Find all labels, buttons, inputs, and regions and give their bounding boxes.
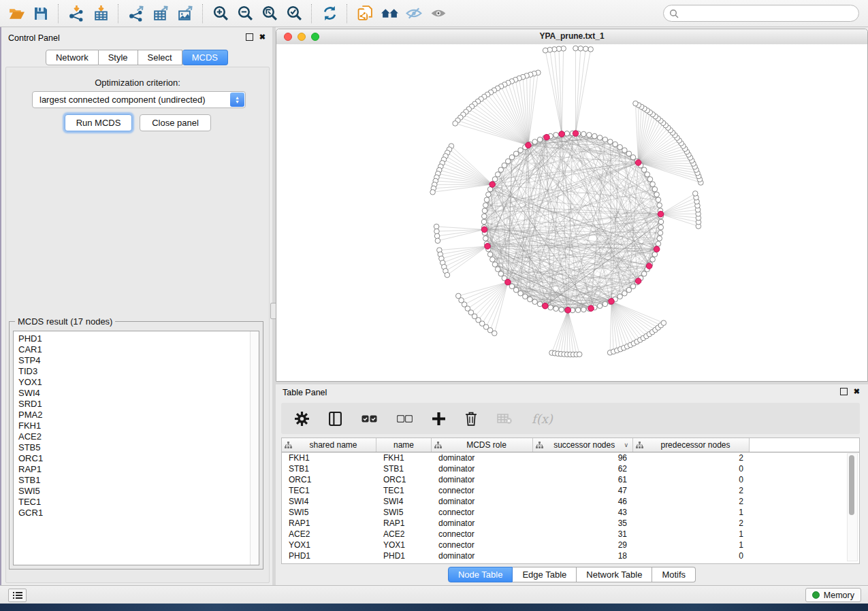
zoom-out-icon[interactable]	[233, 3, 257, 24]
table-row[interactable]: YOX1YOX1connector291	[282, 540, 859, 550]
run-mcds-button[interactable]: Run MCDS	[65, 114, 132, 131]
column-header[interactable]: name	[376, 438, 432, 452]
table-cell: 62	[533, 464, 633, 474]
toolbar-separator	[347, 4, 348, 23]
table-cell: 47	[533, 486, 633, 495]
table-cell: 1	[633, 529, 750, 539]
mcds-node-item[interactable]: RAP1	[14, 464, 259, 475]
table-row[interactable]: TEC1TEC1connector472	[282, 485, 859, 496]
export-table-icon[interactable]	[148, 3, 173, 24]
column-header[interactable]: predecessor nodes	[633, 438, 750, 452]
mcds-node-item[interactable]: STB1	[14, 475, 259, 486]
table-scrollbar[interactable]	[847, 453, 858, 561]
select-all-columns-icon[interactable]	[361, 415, 377, 423]
create-column-icon[interactable]	[432, 412, 445, 425]
zoom-fit-icon[interactable]	[257, 3, 282, 24]
control-panel: Control Panel ✖ Network Style Select MCD…	[1, 27, 272, 585]
clone-network-icon[interactable]	[353, 3, 377, 24]
table-panel: Table Panel ✖	[276, 384, 868, 585]
mcds-node-item[interactable]: GCR1	[14, 508, 259, 518]
mcds-node-item[interactable]: SWI4	[14, 388, 259, 399]
tab-motifs[interactable]: Motifs	[652, 567, 696, 582]
column-header[interactable]: shared name	[282, 438, 376, 452]
mcds-node-item[interactable]: PMA2	[14, 410, 259, 420]
main-toolbar	[0, 0, 868, 27]
table-cell: FKH1	[376, 453, 432, 463]
column-header[interactable]: MCDS role	[432, 438, 533, 452]
save-icon[interactable]	[29, 3, 53, 24]
export-network-icon[interactable]	[124, 3, 148, 24]
mcds-node-item[interactable]: ORC1	[14, 453, 259, 464]
mcds-node-item[interactable]: TID3	[14, 366, 259, 377]
memory-label: Memory	[824, 591, 854, 600]
table-scrollbar-thumb[interactable]	[849, 455, 854, 515]
hide-selected-icon[interactable]	[402, 3, 426, 24]
table-cell: 96	[533, 453, 633, 463]
list-scrollbar[interactable]	[250, 331, 259, 565]
float-panel-icon[interactable]	[840, 388, 848, 395]
table-settings-gear-icon[interactable]	[295, 412, 309, 426]
mcds-tab-content: Optimization criterion: largest connecte…	[5, 67, 270, 583]
toolbar-separator	[311, 4, 312, 23]
mcds-node-item[interactable]: ACE2	[14, 431, 259, 442]
delete-table-icon-disabled	[497, 413, 512, 424]
import-network-icon[interactable]	[64, 3, 89, 24]
mcds-node-item[interactable]: SRD1	[14, 399, 259, 410]
column-header[interactable]: successor nodes∨	[533, 438, 633, 452]
import-table-icon[interactable]	[89, 3, 113, 24]
first-neighbors-icon[interactable]	[377, 3, 402, 24]
network-canvas[interactable]	[276, 44, 867, 381]
open-folder-icon[interactable]	[4, 3, 29, 24]
delete-column-icon[interactable]	[465, 412, 477, 426]
tab-network-table[interactable]: Network Table	[577, 567, 652, 582]
table-cell: RAP1	[282, 518, 376, 528]
mcds-node-item[interactable]: PHD1	[14, 333, 259, 344]
tab-mcds[interactable]: MCDS	[182, 50, 228, 65]
tab-network[interactable]: Network	[46, 50, 99, 65]
mcds-node-item[interactable]: STP4	[14, 355, 259, 366]
tab-select[interactable]: Select	[138, 50, 182, 65]
status-bar: Memory	[0, 585, 868, 604]
search-box	[663, 5, 859, 22]
mcds-node-item[interactable]: FKH1	[14, 420, 259, 431]
tab-node-table[interactable]: Node Table	[448, 567, 513, 582]
table-row[interactable]: RAP1RAP1dominator352	[282, 518, 859, 529]
table-cell: 31	[533, 529, 633, 539]
table-row[interactable]: SWI4SWI4dominator462	[282, 496, 859, 507]
memory-button[interactable]: Memory	[805, 588, 861, 602]
table-row[interactable]: FKH1FKH1dominator962	[282, 452, 859, 463]
zoom-selected-icon[interactable]	[282, 3, 306, 24]
table-cell: ORC1	[282, 475, 376, 484]
tab-style[interactable]: Style	[99, 50, 138, 65]
show-all-icon[interactable]	[426, 3, 451, 24]
table-row[interactable]: ORC1ORC1dominator610	[282, 474, 859, 485]
mcds-node-item[interactable]: TEC1	[14, 497, 259, 508]
close-panel-button[interactable]: Close panel	[140, 114, 211, 131]
refresh-icon[interactable]	[317, 3, 342, 24]
table-row[interactable]: STB1STB1dominator620	[282, 463, 859, 474]
export-image-icon[interactable]	[173, 3, 197, 24]
table-row[interactable]: SWI5SWI5connector431	[282, 507, 859, 518]
table-cell: 35	[533, 518, 633, 528]
search-input[interactable]	[682, 8, 858, 19]
table-cell: 1	[633, 540, 750, 550]
mcds-node-item[interactable]: SWI5	[14, 486, 259, 497]
criterion-select[interactable]: largest connected component (undirected)…	[32, 91, 246, 108]
close-panel-icon[interactable]: ✖	[854, 388, 860, 395]
mcds-node-item[interactable]: CAR1	[14, 344, 259, 355]
float-panel-icon[interactable]	[246, 33, 253, 41]
show-column-panel-icon[interactable]	[329, 412, 342, 426]
network-window-titlebar[interactable]: YPA_prune.txt_1	[276, 29, 867, 45]
unselect-all-columns-icon[interactable]	[397, 415, 413, 423]
table-cell: 0	[633, 464, 750, 474]
table-row[interactable]: ACE2ACE2connector311	[282, 529, 859, 540]
close-panel-icon[interactable]: ✖	[259, 33, 266, 41]
tab-edge-table[interactable]: Edge Table	[513, 567, 577, 582]
mcds-node-item[interactable]: STB5	[14, 442, 259, 453]
table-cell: ACE2	[376, 529, 432, 539]
table-row[interactable]: PHD1PHD1dominator180	[282, 550, 859, 561]
zoom-in-icon[interactable]	[208, 3, 233, 24]
task-history-button[interactable]	[8, 589, 27, 602]
mcds-node-item[interactable]: YOX1	[14, 377, 259, 388]
table-cell: 1	[633, 508, 750, 517]
